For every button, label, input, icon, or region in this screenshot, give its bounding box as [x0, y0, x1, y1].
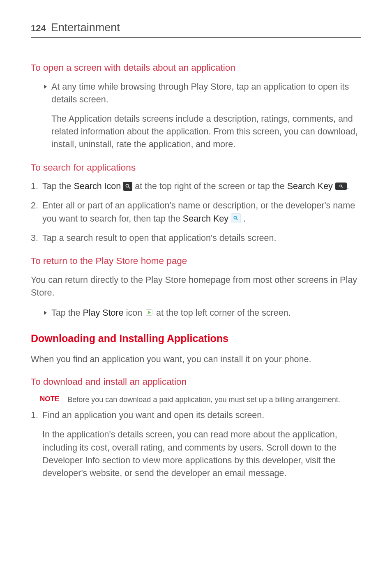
svg-line-1 — [129, 187, 130, 188]
search-step-2: 2. Enter all or part of an application's… — [31, 199, 361, 225]
bullet-text: icon — [124, 308, 145, 318]
search-key-blue-icon — [231, 213, 241, 223]
step-text: Find an application you want and open it… — [42, 410, 264, 420]
svg-line-5 — [237, 219, 238, 220]
download-step-1: 1. Find an application you want and open… — [31, 409, 361, 422]
bullet-arrow-icon — [44, 311, 47, 315]
step-number: 1. — [31, 180, 38, 193]
note-text: Before you can download a paid applicati… — [67, 394, 340, 405]
note-label: NOTE — [40, 394, 59, 405]
step-text: . — [347, 181, 349, 191]
bullet-text: at the top left corner of the screen. — [154, 308, 291, 318]
heading-return-home: To return to the Play Store home page — [31, 254, 361, 268]
heading-open-details: To open a screen with details about an a… — [31, 61, 361, 75]
step-number: 1. — [31, 409, 38, 422]
bullet-open-details: At any time while browsing through Play … — [31, 81, 361, 106]
step-text: Tap a search result to open that applica… — [42, 233, 276, 243]
header-rule — [31, 37, 361, 38]
para-open-details-desc: The Application details screens include … — [31, 113, 361, 151]
svg-line-3 — [341, 187, 343, 188]
para-di-intro: When you find an application you want, y… — [31, 353, 361, 366]
page-number: 124 — [31, 22, 46, 35]
svg-rect-8 — [148, 309, 151, 310]
step-text: at the top right of the screen or tap th… — [132, 181, 287, 191]
svg-point-2 — [340, 185, 342, 187]
play-store-icon — [145, 308, 154, 317]
step-text: . — [241, 214, 246, 224]
note-row: NOTE Before you can download a paid appl… — [31, 394, 361, 405]
step-number: 3. — [31, 232, 38, 245]
bullet-arrow-icon — [44, 85, 47, 89]
bullet-return-home: Tap the Play Store icon at the top left … — [31, 307, 361, 319]
svg-point-0 — [126, 184, 129, 187]
step-text: Tap the — [42, 181, 74, 191]
search-step-3: 3. Tap a search result to open that appl… — [31, 232, 361, 245]
heading-to-download: To download and install an application — [31, 375, 361, 389]
para-return-home: You can return directly to the Play Stor… — [31, 274, 361, 299]
section-title: Entertainment — [51, 20, 120, 36]
label-play-store: Play Store — [83, 308, 124, 318]
heading-search-apps: To search for applications — [31, 161, 361, 175]
bullet-text: Tap the — [51, 308, 83, 318]
search-icon — [123, 182, 132, 191]
search-key-icon — [335, 183, 347, 190]
heading-downloading-installing: Downloading and Installing Applications — [31, 331, 361, 346]
label-search-key: Search Key — [287, 181, 333, 191]
step-number: 2. — [31, 199, 38, 212]
label-search-key: Search Key — [183, 214, 228, 224]
label-search-icon: Search Icon — [74, 181, 121, 191]
svg-point-4 — [234, 217, 237, 220]
bullet-text: At any time while browsing through Play … — [51, 82, 349, 104]
page-header: 124 Entertainment — [31, 20, 361, 36]
para-download-step-1-desc: In the application's details screen, you… — [31, 428, 361, 480]
search-step-1: 1. Tap the Search Icon at the top right … — [31, 180, 361, 193]
